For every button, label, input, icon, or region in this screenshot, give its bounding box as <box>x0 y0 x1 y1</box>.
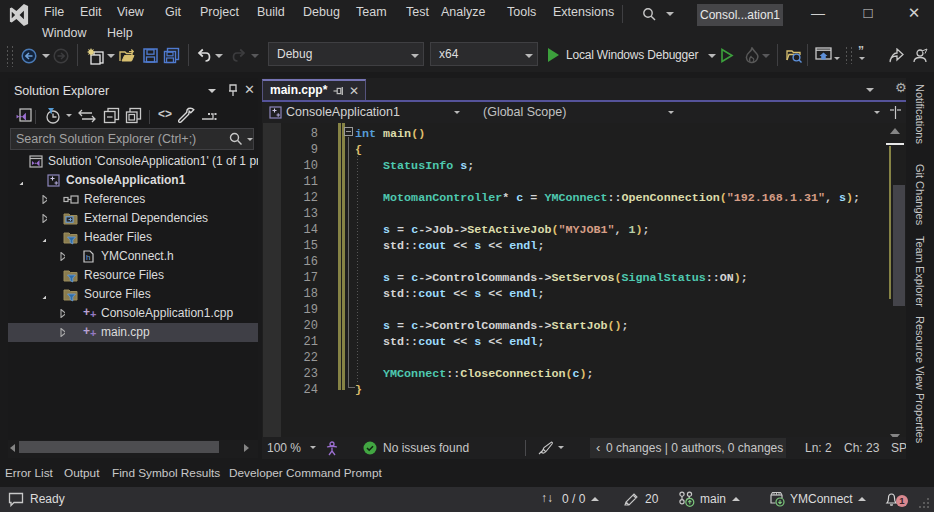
svg-text:h: h <box>86 253 90 262</box>
